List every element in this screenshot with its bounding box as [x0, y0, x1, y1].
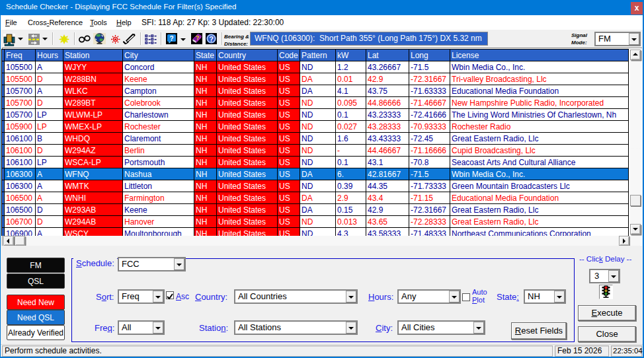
svg-text:?: ?: [196, 34, 200, 41]
svg-text:?: ?: [169, 35, 173, 42]
svg-text:?: ?: [209, 35, 214, 43]
